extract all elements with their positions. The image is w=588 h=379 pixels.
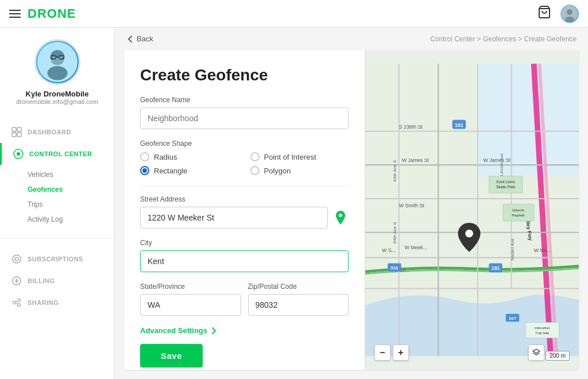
- shape-radius-label: Radius: [154, 153, 177, 161]
- page-title: Create Geofence: [140, 66, 349, 84]
- zoom-out-button[interactable]: −: [374, 345, 390, 361]
- svg-text:Lincoln Ave: Lincoln Ave: [499, 153, 504, 176]
- street-address-group: Street Address: [140, 195, 349, 229]
- map-svg: S 238th St W James St W James St W Smith…: [365, 50, 579, 370]
- map-scale: 200 m: [546, 351, 570, 361]
- sidebar-nav: DASHBOARD CONTROL CENTER Vehicles Geofen…: [0, 117, 114, 318]
- form-panel: Create Geofence Geofence Name Geofence S…: [124, 50, 365, 370]
- state-input[interactable]: [140, 294, 241, 316]
- control-center-label: CONTROL CENTER: [29, 150, 92, 157]
- zip-input[interactable]: [248, 294, 349, 316]
- svg-text:W Smith St: W Smith St: [399, 203, 425, 208]
- svg-text:W Me...: W Me...: [534, 247, 551, 253]
- street-address-input[interactable]: [140, 207, 328, 229]
- svg-point-2: [567, 9, 572, 15]
- svg-line-24: [16, 301, 18, 302]
- city-label: City: [140, 239, 349, 247]
- shape-rectangle[interactable]: Rectangle: [140, 166, 239, 175]
- radio-poi[interactable]: [250, 152, 260, 161]
- svg-point-17: [17, 152, 20, 156]
- sidebar-item-geofences[interactable]: Geofences: [0, 182, 114, 197]
- hamburger-icon[interactable]: [9, 10, 21, 18]
- svg-text:W S...: W S...: [382, 247, 396, 253]
- svg-text:W Meek...: W Meek...: [405, 245, 428, 250]
- geofence-name-label: Geofence Name: [140, 96, 349, 104]
- sidebar-item-vehicles[interactable]: Vehicles: [0, 167, 114, 182]
- city-input[interactable]: [140, 250, 349, 272]
- street-address-label: Street Address: [140, 195, 349, 203]
- geofence-shape-group: Geofence Shape Radius Point of Interest: [140, 140, 349, 175]
- svg-point-21: [13, 301, 16, 304]
- shape-polygon[interactable]: Polygon: [250, 166, 349, 175]
- sharing-label: SHARING: [28, 299, 59, 306]
- svg-text:167: 167: [509, 316, 517, 321]
- svg-text:S 238th St: S 238th St: [399, 124, 423, 130]
- radio-rectangle[interactable]: [140, 166, 149, 175]
- svg-text:Skate Park: Skate Park: [496, 185, 516, 189]
- state-label: State/Province: [140, 283, 241, 291]
- cart-icon[interactable]: [537, 5, 551, 22]
- shape-polygon-label: Polygon: [264, 167, 291, 175]
- map-layer-button[interactable]: [528, 345, 544, 361]
- svg-rect-66: [525, 322, 559, 338]
- geofence-shape-label: Geofence Shape: [140, 140, 349, 148]
- profile-name: Kyle DroneMobile: [26, 90, 89, 98]
- svg-text:W James St: W James St: [483, 157, 511, 163]
- advanced-settings-link[interactable]: Advanced Settings: [140, 326, 349, 335]
- svg-point-19: [15, 257, 18, 261]
- top-nav: DRONE: [0, 0, 588, 28]
- sidebar-item-control-center[interactable]: CONTROL CENTER: [0, 143, 114, 165]
- svg-text:Playfield: Playfield: [512, 214, 524, 217]
- back-bar: Back Control Center > Geofences > Create…: [115, 28, 588, 50]
- location-pin-icon[interactable]: [332, 210, 349, 226]
- sidebar-item-sharing[interactable]: SHARING: [0, 292, 114, 314]
- svg-text:516: 516: [390, 265, 399, 270]
- svg-text:181: 181: [492, 265, 500, 271]
- svg-text:W James St: W James St: [402, 157, 430, 163]
- shape-point-of-interest[interactable]: Point of Interest: [250, 152, 349, 161]
- breadcrumb: Control Center > Geofences > Create Geof…: [430, 35, 577, 43]
- zoom-in-button[interactable]: +: [393, 345, 409, 361]
- shape-radius[interactable]: Radius: [140, 152, 239, 161]
- svg-rect-63: [503, 204, 534, 221]
- svg-text:Kent Lions: Kent Lions: [497, 180, 516, 184]
- zip-label: Zip/Postal Code: [248, 283, 349, 291]
- billing-label: BILLING: [28, 277, 55, 284]
- state-zip-group: State/Province Zip/Postal Code: [140, 283, 349, 316]
- brand-logo: DRONE: [28, 6, 76, 21]
- svg-text:Naden Ave: Naden Ave: [510, 238, 515, 260]
- radio-radius[interactable]: [140, 152, 149, 161]
- svg-point-69: [465, 230, 473, 238]
- sidebar-profile: Kyle DroneMobile dronemobile.info@gmail.…: [16, 39, 98, 105]
- svg-rect-14: [12, 133, 16, 137]
- save-button[interactable]: Save: [140, 344, 203, 368]
- advanced-settings-label: Advanced Settings: [140, 326, 207, 335]
- svg-text:64th Ave S: 64th Ave S: [392, 222, 397, 244]
- shape-poi-label: Point of Interest: [264, 153, 316, 161]
- radio-polygon[interactable]: [250, 166, 260, 175]
- content-area: Back Control Center > Geofences > Create…: [115, 28, 588, 379]
- svg-text:Uplands: Uplands: [512, 208, 525, 212]
- geofence-name-input[interactable]: [140, 107, 349, 129]
- sidebar-item-subscriptions[interactable]: SUBSCRIPTIONS: [0, 248, 114, 270]
- shape-options: Radius Point of Interest Rectangle: [140, 152, 349, 175]
- user-avatar[interactable]: [560, 5, 579, 23]
- nav-right: [537, 5, 579, 23]
- svg-point-22: [18, 299, 21, 302]
- back-link[interactable]: Back: [126, 34, 153, 43]
- svg-rect-8: [52, 57, 63, 63]
- svg-text:Interurban: Interurban: [535, 326, 550, 330]
- sidebar: Kyle DroneMobile dronemobile.info@gmail.…: [0, 28, 115, 379]
- address-row: [140, 207, 349, 229]
- svg-line-25: [16, 303, 18, 304]
- sidebar-item-billing[interactable]: BILLING: [0, 270, 114, 292]
- sidebar-item-trips[interactable]: Trips: [0, 197, 114, 212]
- svg-point-23: [18, 304, 21, 307]
- sidebar-item-activity-log[interactable]: Activity Log: [0, 212, 114, 227]
- sidebar-item-dashboard[interactable]: DASHBOARD: [0, 121, 114, 143]
- map-panel: S 238th St W James St W James St W Smith…: [365, 50, 579, 370]
- zip-group: Zip/Postal Code: [248, 283, 349, 316]
- geofence-name-group: Geofence Name: [140, 96, 349, 129]
- map-controls: − +: [374, 345, 409, 361]
- profile-email: dronemobile.info@gmail.com: [16, 98, 98, 105]
